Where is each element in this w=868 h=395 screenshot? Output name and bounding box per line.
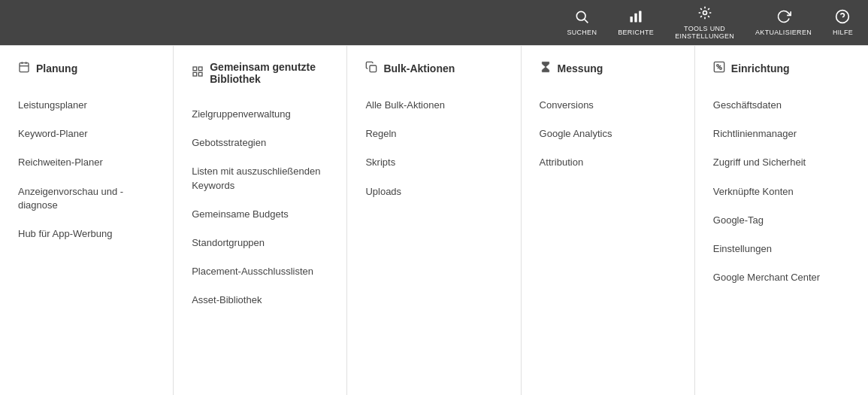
nav-item-google-analytics[interactable]: Google Analytics <box>540 120 679 148</box>
toolbar: SUCHEN BERICHTE TOOLS UNDEINSTELLUNGEN <box>0 0 868 45</box>
nav-item-reichweiten-planer[interactable]: Reichweiten-Planer <box>18 148 158 177</box>
nav-item-geschaeftsdaten[interactable]: Geschäftsdaten <box>713 91 853 120</box>
nav-item-google-tag[interactable]: Google-Tag <box>713 206 853 235</box>
nav-item-verknuepfte-konten[interactable]: Verknüpfte Konten <box>713 178 853 206</box>
nav-item-gebotsstrategien[interactable]: Gebotsstrategien <box>192 129 331 157</box>
nav-item-leistungsplaner[interactable]: Leistungsplaner <box>18 91 158 120</box>
nav-item-attribution[interactable]: Attribution <box>540 148 679 177</box>
nav-column-messung: Messung Conversions Google Analytics Att… <box>522 46 695 395</box>
search-icon <box>574 9 589 26</box>
nav-item-gemeinsame-budgets[interactable]: Gemeinsame Budgets <box>192 200 331 229</box>
nav-item-hub-app-werbung[interactable]: Hub für App-Werbung <box>18 220 158 248</box>
nav-item-einstellungen[interactable]: Einstellungen <box>713 235 853 263</box>
cog-icon <box>713 61 725 76</box>
nav-item-listen-keywords[interactable]: Listen mit auszuschließenden Keywords <box>192 157 331 199</box>
help-icon <box>835 9 850 26</box>
column-header-messung: Messung <box>540 61 679 76</box>
svg-point-18 <box>716 65 718 67</box>
svg-rect-8 <box>20 63 29 72</box>
nav-container: Planung Leistungsplaner Keyword-Planer R… <box>0 45 868 395</box>
nav-item-skripts[interactable]: Skripts <box>365 148 505 177</box>
nav-item-alle-bulk-aktionen[interactable]: Alle Bulk-Aktionen <box>365 91 505 120</box>
nav-column-bibliothek: Gemeinsam genutzte Bibliothek Zielgruppe… <box>174 46 347 395</box>
svg-rect-2 <box>631 17 633 23</box>
nav-item-anzeigenvorschau[interactable]: Anzeigenvorschau und -diagnose <box>18 178 158 220</box>
nav-item-uploads[interactable]: Uploads <box>365 178 505 206</box>
nav-item-placement-ausschlusslisten[interactable]: Placement-Ausschlusslisten <box>192 257 331 286</box>
grid-icon <box>192 65 204 81</box>
nav-column-einrichtung: Einrichtung Geschäftsdaten Richtlinienma… <box>695 46 868 395</box>
toolbar-refresh-label: AKTUALISIEREN <box>755 29 812 36</box>
svg-rect-14 <box>193 72 197 76</box>
nav-item-zielgruppenverwaltung[interactable]: Zielgruppenverwaltung <box>192 100 331 129</box>
toolbar-reports[interactable]: BERICHTE <box>618 9 654 36</box>
nav-item-google-merchant-center[interactable]: Google Merchant Center <box>713 263 853 292</box>
svg-rect-12 <box>193 67 197 71</box>
toolbar-tools-label: TOOLS UNDEINSTELLUNGEN <box>675 25 734 40</box>
svg-rect-3 <box>635 14 637 23</box>
svg-point-0 <box>577 11 586 20</box>
column-title-planung: Planung <box>36 62 77 74</box>
column-header-bibliothek: Gemeinsam genutzte Bibliothek <box>192 61 331 85</box>
calendar-icon <box>18 61 30 76</box>
nav-item-regeln[interactable]: Regeln <box>365 120 505 148</box>
nav-item-asset-bibliothek[interactable]: Asset-Bibliothek <box>192 286 331 314</box>
toolbar-tools[interactable]: TOOLS UNDEINSTELLUNGEN <box>675 5 734 40</box>
nav-column-planung: Planung Leistungsplaner Keyword-Planer R… <box>0 46 174 395</box>
column-header-bulk: Bulk-Aktionen <box>365 61 505 76</box>
tools-icon <box>697 5 712 23</box>
column-title-bulk: Bulk-Aktionen <box>383 62 455 74</box>
reports-icon <box>628 9 643 26</box>
toolbar-help[interactable]: HILFE <box>833 9 853 36</box>
toolbar-reports-label: BERICHTE <box>618 29 654 36</box>
nav-item-keyword-planer[interactable]: Keyword-Planer <box>18 120 158 148</box>
toolbar-help-label: HILFE <box>833 29 853 36</box>
hourglass-icon <box>540 61 552 76</box>
copy-icon <box>365 61 377 76</box>
svg-rect-13 <box>199 67 203 71</box>
toolbar-search-label: SUCHEN <box>567 29 597 36</box>
column-title-bibliothek: Gemeinsam genutzte Bibliothek <box>210 61 331 85</box>
column-header-planung: Planung <box>18 61 158 76</box>
svg-point-19 <box>719 68 721 70</box>
nav-item-zugriff-sicherheit[interactable]: Zugriff und Sicherheit <box>713 148 853 177</box>
column-header-einrichtung: Einrichtung <box>713 61 853 76</box>
nav-item-conversions[interactable]: Conversions <box>540 91 679 120</box>
svg-point-5 <box>703 11 706 15</box>
nav-item-richtlinienmanager[interactable]: Richtlinienmanager <box>713 120 853 148</box>
toolbar-search[interactable]: SUCHEN <box>567 9 597 36</box>
svg-rect-4 <box>639 11 641 23</box>
refresh-icon <box>776 9 791 26</box>
svg-rect-16 <box>370 65 377 72</box>
nav-column-bulk: Bulk-Aktionen Alle Bulk-Aktionen Regeln … <box>347 46 521 395</box>
svg-rect-15 <box>199 72 203 76</box>
nav-item-standortgruppen[interactable]: Standortgruppen <box>192 229 331 257</box>
column-title-einrichtung: Einrichtung <box>731 62 790 74</box>
column-title-messung: Messung <box>558 62 603 74</box>
toolbar-refresh[interactable]: AKTUALISIEREN <box>755 9 812 36</box>
svg-line-1 <box>585 20 588 23</box>
